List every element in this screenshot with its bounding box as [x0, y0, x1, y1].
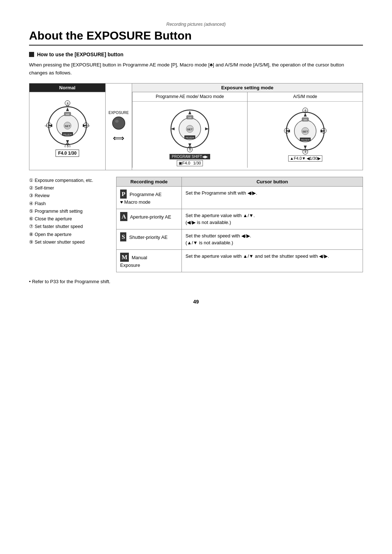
svg-text:①: ①	[66, 102, 69, 105]
legend-list-area: ① Exposure compensation, etc. ② Self-tim…	[29, 177, 109, 272]
list-item: ③ Review	[29, 192, 109, 200]
svg-text:SET: SET	[65, 125, 70, 128]
svg-marker-45	[304, 113, 307, 117]
svg-text:③: ③	[66, 145, 69, 147]
prog-shift-label: PROGRAM SHIFT◀▶	[170, 154, 210, 159]
exposure-header: Exposure setting mode	[132, 83, 363, 92]
page-title: About the EXPOSURE Button	[29, 29, 363, 46]
intro-text: When pressing the [EXPOSURE] button in P…	[29, 61, 363, 77]
svg-marker-32	[171, 127, 175, 130]
legend-list: ① Exposure compensation, etc. ② Self-tim…	[29, 177, 109, 246]
svg-marker-46	[304, 146, 307, 149]
mode-cell: P Programme AE ♥ Macro mode	[117, 186, 182, 209]
recording-table: Recording mode Cursor button P Programme…	[116, 177, 363, 272]
asm-dial: SET WB REVIEW	[282, 107, 329, 155]
svg-text:⑧: ⑧	[304, 150, 306, 154]
asm-col: A/S/M mode SET	[247, 92, 363, 168]
svg-text:WB: WB	[66, 113, 69, 115]
table-row: M ManualExposure Set the aperture value …	[117, 249, 363, 272]
table-row: S Shutter-priority AE Set the shutter sp…	[117, 229, 363, 249]
cursor-cell: Set the aperture value with ▲/▼ and set …	[182, 249, 363, 272]
col1-header: Recording mode	[117, 177, 182, 186]
mode-cell: M ManualExposure	[117, 249, 182, 272]
prog-ae-body: SET WB REVIEW ▽ ⑤ PROGRAM S	[132, 102, 248, 170]
exposure-section: Exposure setting mode Programme AE mode/…	[132, 83, 363, 170]
svg-text:⑨: ⑨	[322, 129, 325, 133]
exposure-oval	[112, 116, 126, 130]
prog-ae-dial: SET WB REVIEW ▽ ⑤	[166, 105, 213, 152]
cursor-cell: Set the Programme shift with ◀/▶.	[182, 186, 363, 209]
svg-text:⑦: ⑦	[285, 129, 288, 133]
svg-marker-4	[66, 107, 69, 111]
list-item: ④ Flash	[29, 200, 109, 208]
mode-cell: A Aperture-priority AE	[117, 209, 182, 229]
asm-body: SET WB REVIEW	[248, 102, 363, 168]
svg-text:WB: WB	[188, 117, 192, 119]
svg-marker-30	[188, 111, 191, 114]
diagram-outer: Normal SET	[29, 83, 363, 170]
mode-cell: S Shutter-priority AE	[117, 229, 182, 249]
mode-icon-a: A	[120, 212, 127, 221]
list-item: ① Exposure compensation, etc.	[29, 177, 109, 184]
svg-text:⑥: ⑥	[304, 109, 306, 112]
page-number: 49	[29, 299, 363, 305]
cursor-cell: Set the aperture value with ▲/▼.(◀/▶ is …	[182, 209, 363, 229]
section-heading-text: How to use the [EXPOSURE] button	[37, 52, 123, 57]
normal-body: SET WB REVIEW △ ①	[29, 92, 105, 165]
mode-icon-s: S	[120, 232, 126, 242]
prog-ae-col: Programme AE mode/ Macro mode SET WB	[132, 92, 248, 168]
list-item: ⑥ Close the aperture	[29, 215, 109, 223]
svg-marker-33	[205, 127, 209, 130]
recording-table-area: Recording mode Cursor button P Programme…	[116, 177, 363, 272]
list-item: ⑤ Programme shift setting	[29, 208, 109, 215]
list-item: ② Self-timer	[29, 184, 109, 192]
page-subtitle: Recording pictures (advanced)	[29, 22, 363, 27]
prog-fbar: ▣F4.01/30	[177, 160, 203, 166]
svg-point-25	[115, 120, 119, 123]
exposure-btn-area: EXPOSURE ⟺	[106, 83, 132, 170]
svg-text:REVIEW: REVIEW	[63, 133, 72, 135]
svg-text:④: ④	[85, 124, 87, 127]
mode-icon-p: P	[120, 190, 127, 199]
asm-header: A/S/M mode	[248, 92, 363, 102]
svg-text:⑤: ⑤	[188, 148, 191, 151]
double-arrow: ⟺	[113, 134, 124, 143]
exposure-cols: Programme AE mode/ Macro mode SET WB	[132, 92, 363, 168]
section-heading: How to use the [EXPOSURE] button	[29, 52, 363, 57]
list-item: ⑧ Open the aperture	[29, 231, 109, 239]
footnote: • Refer to P33 for the Programme shift.	[29, 279, 363, 284]
prog-ae-header: Programme AE mode/ Macro mode	[132, 92, 248, 102]
list-item: ⑨ Set slower shutter speed	[29, 239, 109, 246]
normal-dial-svg: SET WB REVIEW △ ①	[44, 100, 91, 147]
normal-column: Normal SET	[29, 83, 106, 170]
normal-header: Normal	[29, 83, 105, 92]
asm-fbar: ▲F4.0▼ ◀1/30▶	[288, 155, 322, 162]
legend-grid: ① Exposure compensation, etc. ② Self-tim…	[29, 177, 363, 272]
svg-point-24	[113, 117, 125, 129]
svg-text:SET: SET	[187, 128, 193, 131]
normal-fbar: F4.0 1/30	[56, 150, 79, 157]
mode-icon-m: M	[120, 253, 129, 262]
list-item: ⑦ Set faster shutter speed	[29, 223, 109, 231]
svg-text:WB: WB	[303, 119, 307, 121]
svg-text:②: ②	[48, 124, 50, 127]
svg-text:REVIEW: REVIEW	[301, 139, 310, 141]
exposure-label: EXPOSURE	[109, 111, 129, 115]
col2-header: Cursor button	[182, 177, 363, 186]
cursor-cell: Set the shutter speed with ◀/▶.(▲/▼ is n…	[182, 229, 363, 249]
svg-text:REVIEW: REVIEW	[185, 137, 194, 139]
svg-text:SET: SET	[302, 130, 308, 133]
table-row: A Aperture-priority AE Set the aperture …	[117, 209, 363, 229]
table-row: P Programme AE ♥ Macro mode Set the Prog…	[117, 186, 363, 209]
